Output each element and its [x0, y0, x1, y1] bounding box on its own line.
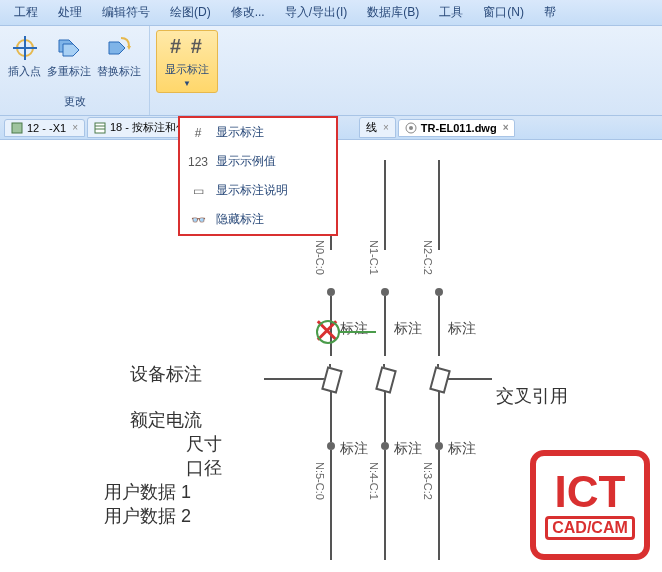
- menu-help[interactable]: 帮: [534, 0, 566, 25]
- menu-modify[interactable]: 修改...: [221, 0, 275, 25]
- annotation: 标注: [340, 440, 368, 458]
- dd-show-annotation[interactable]: #显示标注: [180, 118, 336, 147]
- tags-icon: [53, 32, 85, 64]
- wire: [448, 378, 492, 380]
- wire: [384, 450, 386, 560]
- menubar: 工程 处理 编辑符号 绘图(D) 修改... 导入/导出(I) 数据库(B) 工…: [0, 0, 662, 26]
- terminal-dot: [381, 288, 389, 296]
- dd-label: 显示标注说明: [216, 182, 288, 199]
- terminal-label: N:5-C:0: [314, 462, 326, 500]
- svg-rect-4: [12, 123, 22, 133]
- terminal-label: N2-C:2: [422, 240, 434, 275]
- insert-point-button[interactable]: 插入点: [6, 30, 43, 81]
- terminal-dot: [435, 288, 443, 296]
- terminal-dot: [327, 442, 335, 450]
- wire: [384, 296, 386, 356]
- btn-label: 显示标注: [165, 62, 209, 77]
- label-diameter: 口径: [186, 456, 222, 480]
- terminal-dot: [435, 442, 443, 450]
- svg-marker-3: [127, 46, 131, 50]
- show-annotation-button[interactable]: # # 显示标注 ▼: [156, 30, 218, 93]
- close-icon[interactable]: ×: [503, 122, 509, 133]
- annotation: 标注: [448, 320, 476, 338]
- wire: [438, 450, 440, 560]
- green-arrow: [338, 331, 376, 333]
- label-crossref: 交叉引用: [496, 384, 568, 408]
- dd-label: 隐藏标注: [216, 211, 264, 228]
- number-icon: 123: [188, 155, 208, 169]
- dd-label: 显示标注: [216, 124, 264, 141]
- switch-symbol: [320, 364, 340, 392]
- dd-hide-annotation[interactable]: 👓隐藏标注: [180, 205, 336, 234]
- menu-edit-symbol[interactable]: 编辑符号: [92, 0, 160, 25]
- menu-database[interactable]: 数据库(B): [357, 0, 429, 25]
- annotation: 标注: [340, 320, 368, 338]
- terminal-label: N:3-C:2: [422, 462, 434, 500]
- tab-label: 线: [366, 120, 377, 135]
- tab-line[interactable]: 线 ×: [359, 117, 396, 138]
- terminal-dot: [381, 442, 389, 450]
- wire: [384, 160, 386, 250]
- label-userdata1: 用户数据 1: [104, 480, 191, 504]
- btn-label: 多重标注: [47, 64, 91, 79]
- hash-icon: # #: [170, 35, 204, 58]
- ict-logo: ICT CAD/CAM: [530, 450, 650, 560]
- close-icon[interactable]: ×: [383, 122, 389, 133]
- wire: [384, 392, 386, 442]
- annotation: 标注: [394, 320, 422, 338]
- terminal-dot: [327, 288, 335, 296]
- tab-tr-el011[interactable]: TR-EL011.dwg ×: [398, 119, 516, 137]
- textbox-icon: ▭: [188, 184, 208, 198]
- logo-text: ICT: [555, 470, 626, 514]
- tab-label: 12 - -X1: [27, 122, 66, 134]
- terminal-label: N0-C:0: [314, 240, 326, 275]
- group-label: 更改: [64, 92, 86, 111]
- hash-icon: #: [188, 126, 208, 140]
- tab-12-x1[interactable]: 12 - -X1 ×: [4, 119, 85, 137]
- menu-tools[interactable]: 工具: [429, 0, 473, 25]
- svg-point-9: [409, 126, 413, 130]
- dd-show-description[interactable]: ▭显示标注说明: [180, 176, 336, 205]
- label-device: 设备标注: [130, 362, 202, 386]
- close-icon[interactable]: ×: [72, 122, 78, 133]
- menu-project[interactable]: 工程: [4, 0, 48, 25]
- replace-annotation-button[interactable]: 替换标注: [95, 30, 143, 81]
- dd-label: 显示示例值: [216, 153, 276, 170]
- wire: [438, 392, 440, 442]
- logo-subtext: CAD/CAM: [545, 516, 635, 540]
- ribbon-group-show: # # 显示标注 ▼: [150, 26, 224, 115]
- wire: [438, 160, 440, 250]
- multi-annotation-button[interactable]: 多重标注: [45, 30, 93, 81]
- terminal-label: N1-C:1: [368, 240, 380, 275]
- btn-label: 插入点: [8, 64, 41, 79]
- ribbon-group-modify: 插入点 多重标注 替换标注 更改: [0, 26, 150, 115]
- menu-draw[interactable]: 绘图(D): [160, 0, 221, 25]
- menu-import-export[interactable]: 导入/导出(I): [275, 0, 358, 25]
- label-current: 额定电流: [130, 408, 202, 432]
- ribbon: 插入点 多重标注 替换标注 更改 # # 显示标注 ▼: [0, 26, 662, 116]
- terminal-label: N:4-C:1: [368, 462, 380, 500]
- circle-marker-icon: [316, 320, 340, 344]
- btn-label: 替换标注: [97, 64, 141, 79]
- menu-process[interactable]: 处理: [48, 0, 92, 25]
- wire: [330, 450, 332, 560]
- show-annotation-dropdown: #显示标注 123显示示例值 ▭显示标注说明 👓隐藏标注: [178, 116, 338, 236]
- label-dimension: 尺寸: [186, 432, 222, 456]
- label-userdata2: 用户数据 2: [104, 504, 191, 528]
- annotation: 标注: [394, 440, 422, 458]
- table-icon: [94, 122, 106, 134]
- menu-window[interactable]: 窗口(N): [473, 0, 534, 25]
- switch-symbol: [374, 364, 394, 392]
- replace-tag-icon: [103, 32, 135, 64]
- dwg-icon: [405, 122, 417, 134]
- chevron-down-icon: ▼: [183, 79, 191, 88]
- wire: [438, 296, 440, 356]
- annotation: 标注: [448, 440, 476, 458]
- sheet-icon: [11, 122, 23, 134]
- glasses-icon: 👓: [188, 213, 208, 227]
- dd-show-sample[interactable]: 123显示示例值: [180, 147, 336, 176]
- svg-rect-5: [95, 123, 105, 133]
- wire: [330, 392, 332, 442]
- switch-symbol: [428, 364, 448, 392]
- tab-label: TR-EL011.dwg: [421, 122, 497, 134]
